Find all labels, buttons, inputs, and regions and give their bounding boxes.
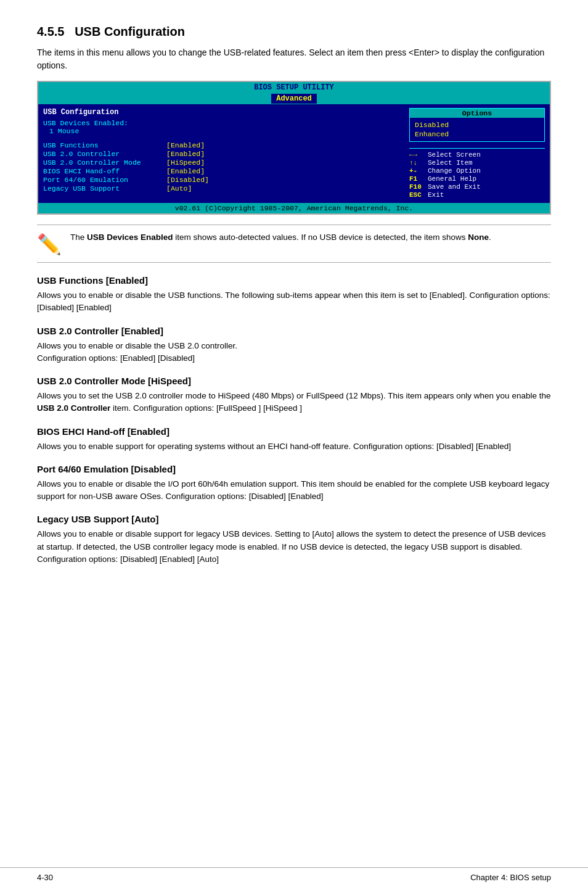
bios-tab-advanced[interactable]: Advanced [271, 94, 317, 104]
bios-help-general-help: F1 General Help [409, 175, 545, 183]
subsection-title-usb20-controller: USB 2.0 Controller [Enabled] [37, 326, 551, 336]
subsection-title-legacy-usb-support: Legacy USB Support [Auto] [37, 514, 551, 524]
bios-item-usb20-controller-mode: USB 2.0 Controller Mode [HiSpeed] [43, 159, 404, 167]
subsection-title-usb-functions: USB Functions [Enabled] [37, 275, 551, 286]
bios-help-select-item: ↑↓ Select Item [409, 159, 545, 167]
bios-right-panel: Options Disabled Enhanced ←→ Select Scre… [409, 108, 545, 199]
bios-devices: USB Devices Enabled: 1 Mouse [43, 119, 404, 135]
bios-body: USB Configuration USB Devices Enabled: 1… [38, 104, 550, 203]
bios-item-port-emulation: Port 64/60 Emulation [Disabled] [43, 176, 404, 184]
note-text: The USB Devices Enabled item shows auto-… [70, 231, 491, 244]
bios-option-enhanced: Enhanced [415, 130, 539, 139]
subsection-title-port-emulation: Port 64/60 Emulation [Disabled] [37, 464, 551, 474]
bios-items-list: USB Functions [Enabled] USB 2.0 Controll… [43, 141, 404, 192]
bios-options-title: Options [410, 109, 544, 118]
bios-options-box: Options Disabled Enhanced [409, 108, 545, 142]
footer-page-number: 4-30 [37, 873, 53, 882]
bios-header: BIOS SETUP UTILITY [38, 82, 550, 93]
footer-chapter: Chapter 4: BIOS setup [470, 873, 551, 882]
bios-help-exit: ESC Exit [409, 191, 545, 199]
subsection-body-usb20-controller-mode: Allows you to set the USB 2.0 controller… [37, 390, 551, 415]
bios-help-select-screen: ←→ Select Screen [409, 151, 545, 159]
section-number: 4.5.5 [37, 25, 64, 38]
page-footer: 4-30 Chapter 4: BIOS setup [0, 867, 588, 887]
subsection-port-emulation: Port 64/60 Emulation [Disabled] Allows y… [37, 464, 551, 503]
subsection-body-usb-functions: Allows you to enable or disable the USB … [37, 289, 551, 315]
subsection-bios-ehci-handoff: BIOS EHCI Hand-off [Enabled] Allows you … [37, 426, 551, 453]
bios-screen: BIOS SETUP UTILITY Advanced USB Configur… [37, 81, 551, 215]
bios-item-usb20-controller: USB 2.0 Controller [Enabled] [43, 150, 404, 158]
subsection-usb-functions: USB Functions [Enabled] Allows you to en… [37, 275, 551, 315]
page-title: USB Configuration [75, 25, 185, 38]
bios-option-disabled: Disabled [415, 120, 539, 130]
bios-item-bios-ehci-handoff: BIOS EHCI Hand-off [Enabled] [43, 167, 404, 175]
bios-help-change-option: +- Change Option [409, 167, 545, 175]
section-title: 4.5.5 USB Configuration [37, 25, 551, 39]
subsection-body-bios-ehci-handoff: Allows you to enable support for operati… [37, 440, 551, 453]
bios-item-legacy-usb: Legacy USB Support [Auto] [43, 184, 404, 192]
bios-left-title: USB Configuration [43, 108, 404, 117]
subsection-title-bios-ehci-handoff: BIOS EHCI Hand-off [Enabled] [37, 426, 551, 437]
bios-tab-bar: Advanced [38, 93, 550, 104]
bios-item-usb-functions: USB Functions [Enabled] [43, 141, 404, 149]
note-icon: ✏️ [37, 233, 62, 256]
subsection-legacy-usb-support: Legacy USB Support [Auto] Allows you to … [37, 514, 551, 566]
intro-text: The items in this menu allows you to cha… [37, 46, 551, 72]
bios-device-mouse: 1 Mouse [43, 127, 404, 135]
subsection-body-usb20-controller: Allows you to enable or disable the USB … [37, 340, 551, 365]
subsection-title-usb20-controller-mode: USB 2.0 Controller Mode [HiSpeed] [37, 376, 551, 386]
subsection-body-port-emulation: Allows you to enable or disable the I/O … [37, 478, 551, 503]
subsection-usb20-controller: USB 2.0 Controller [Enabled] Allows you … [37, 326, 551, 365]
subsection-usb20-controller-mode: USB 2.0 Controller Mode [HiSpeed] Allows… [37, 376, 551, 415]
bios-help-save-exit: F10 Save and Exit [409, 183, 545, 191]
bios-footer: v02.61 (C)Copyright 1985-2007, American … [38, 203, 550, 213]
bios-left-panel: USB Configuration USB Devices Enabled: 1… [43, 108, 404, 199]
bios-devices-label: USB Devices Enabled: [43, 119, 404, 127]
note-box: ✏️ The USB Devices Enabled item shows au… [37, 225, 551, 263]
subsection-body-legacy-usb-support: Allows you to enable or disable support … [37, 528, 551, 566]
bios-help-section: ←→ Select Screen ↑↓ Select Item +- Chang… [409, 148, 545, 199]
